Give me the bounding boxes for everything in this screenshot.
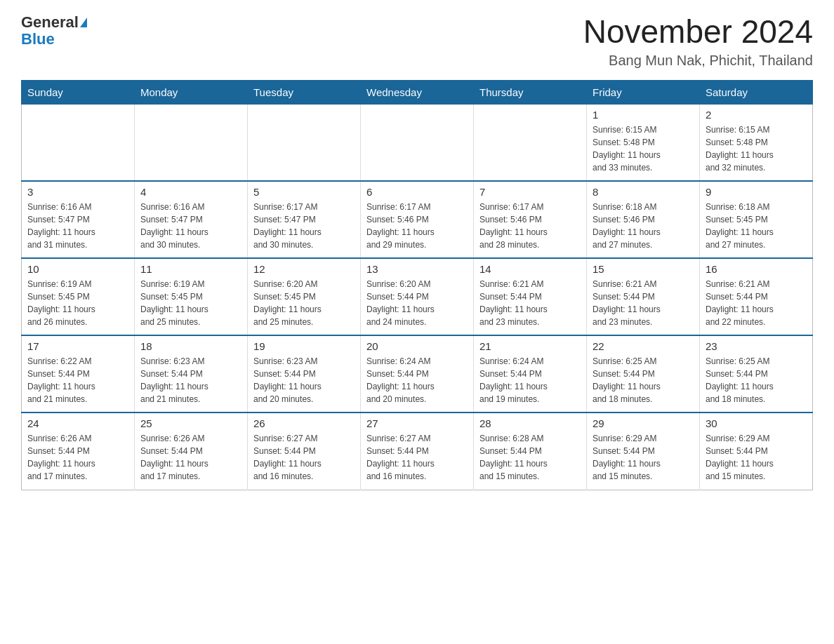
calendar-cell: 20Sunrise: 6:24 AM Sunset: 5:44 PM Dayli… [361,335,474,412]
calendar-cell: 14Sunrise: 6:21 AM Sunset: 5:44 PM Dayli… [474,258,587,335]
day-info: Sunrise: 6:26 AM Sunset: 5:44 PM Dayligh… [140,432,241,483]
calendar-cell [22,104,135,181]
weekday-header-saturday: Saturday [700,80,813,104]
day-number: 11 [140,263,241,275]
day-number: 24 [27,417,128,429]
day-number: 4 [140,186,241,198]
weekday-header-monday: Monday [135,80,248,104]
day-number: 3 [27,186,128,198]
day-number: 22 [593,340,694,352]
day-number: 5 [253,186,355,198]
day-info: Sunrise: 6:18 AM Sunset: 5:46 PM Dayligh… [593,201,694,251]
day-info: Sunrise: 6:17 AM Sunset: 5:47 PM Dayligh… [253,201,355,251]
day-info: Sunrise: 6:27 AM Sunset: 5:44 PM Dayligh… [366,432,468,483]
page-header: General Blue November 2024 Bang Mun Nak,… [21,14,813,69]
day-number: 19 [253,340,355,352]
day-info: Sunrise: 6:27 AM Sunset: 5:44 PM Dayligh… [253,432,355,483]
calendar-cell [361,104,474,181]
day-info: Sunrise: 6:16 AM Sunset: 5:47 PM Dayligh… [27,201,128,251]
weekday-header-friday: Friday [587,80,700,104]
calendar-body: 1Sunrise: 6:15 AM Sunset: 5:48 PM Daylig… [22,104,813,490]
logo-general-text: General [21,14,79,31]
day-number: 8 [593,186,694,198]
day-info: Sunrise: 6:22 AM Sunset: 5:44 PM Dayligh… [27,355,128,405]
day-info: Sunrise: 6:23 AM Sunset: 5:44 PM Dayligh… [140,355,241,405]
day-info: Sunrise: 6:15 AM Sunset: 5:48 PM Dayligh… [593,123,694,174]
day-info: Sunrise: 6:21 AM Sunset: 5:44 PM Dayligh… [706,278,807,328]
day-number: 15 [593,263,694,275]
day-info: Sunrise: 6:26 AM Sunset: 5:44 PM Dayligh… [27,432,128,483]
calendar-cell: 5Sunrise: 6:17 AM Sunset: 5:47 PM Daylig… [248,181,361,258]
day-number: 10 [27,263,128,275]
weekday-header-thursday: Thursday [474,80,587,104]
calendar-cell: 26Sunrise: 6:27 AM Sunset: 5:44 PM Dayli… [248,412,361,490]
calendar-cell: 6Sunrise: 6:17 AM Sunset: 5:46 PM Daylig… [361,181,474,258]
week-row-3: 10Sunrise: 6:19 AM Sunset: 5:45 PM Dayli… [22,258,813,335]
day-number: 26 [253,417,355,429]
week-row-5: 24Sunrise: 6:26 AM Sunset: 5:44 PM Dayli… [22,412,813,490]
calendar-cell: 27Sunrise: 6:27 AM Sunset: 5:44 PM Dayli… [361,412,474,490]
day-number: 29 [593,417,694,429]
title-section: November 2024 Bang Mun Nak, Phichit, Tha… [583,14,813,69]
logo-blue-text: Blue [21,31,55,48]
calendar-cell: 22Sunrise: 6:25 AM Sunset: 5:44 PM Dayli… [587,335,700,412]
calendar-cell: 28Sunrise: 6:28 AM Sunset: 5:44 PM Dayli… [474,412,587,490]
day-info: Sunrise: 6:20 AM Sunset: 5:44 PM Dayligh… [366,278,468,328]
calendar-cell: 1Sunrise: 6:15 AM Sunset: 5:48 PM Daylig… [587,104,700,181]
weekday-header-sunday: Sunday [22,80,135,104]
day-info: Sunrise: 6:21 AM Sunset: 5:44 PM Dayligh… [479,278,581,328]
calendar-cell: 16Sunrise: 6:21 AM Sunset: 5:44 PM Dayli… [700,258,813,335]
day-info: Sunrise: 6:25 AM Sunset: 5:44 PM Dayligh… [593,355,694,405]
calendar-cell: 25Sunrise: 6:26 AM Sunset: 5:44 PM Dayli… [135,412,248,490]
day-number: 17 [27,340,128,352]
calendar-cell: 3Sunrise: 6:16 AM Sunset: 5:47 PM Daylig… [22,181,135,258]
calendar-cell [135,104,248,181]
day-info: Sunrise: 6:25 AM Sunset: 5:44 PM Dayligh… [706,355,807,405]
calendar-cell: 12Sunrise: 6:20 AM Sunset: 5:45 PM Dayli… [248,258,361,335]
day-info: Sunrise: 6:23 AM Sunset: 5:44 PM Dayligh… [253,355,355,405]
calendar-cell: 15Sunrise: 6:21 AM Sunset: 5:44 PM Dayli… [587,258,700,335]
weekday-header-wednesday: Wednesday [361,80,474,104]
day-info: Sunrise: 6:20 AM Sunset: 5:45 PM Dayligh… [253,278,355,328]
month-title: November 2024 [583,14,813,50]
day-number: 12 [253,263,355,275]
day-info: Sunrise: 6:15 AM Sunset: 5:48 PM Dayligh… [706,123,807,174]
calendar-cell: 23Sunrise: 6:25 AM Sunset: 5:44 PM Dayli… [700,335,813,412]
calendar-cell: 4Sunrise: 6:16 AM Sunset: 5:47 PM Daylig… [135,181,248,258]
day-info: Sunrise: 6:24 AM Sunset: 5:44 PM Dayligh… [479,355,581,405]
calendar-table: SundayMondayTuesdayWednesdayThursdayFrid… [21,80,813,490]
week-row-1: 1Sunrise: 6:15 AM Sunset: 5:48 PM Daylig… [22,104,813,181]
day-number: 6 [366,186,468,198]
day-info: Sunrise: 6:17 AM Sunset: 5:46 PM Dayligh… [479,201,581,251]
calendar-cell [248,104,361,181]
day-number: 20 [366,340,468,352]
day-info: Sunrise: 6:19 AM Sunset: 5:45 PM Dayligh… [27,278,128,328]
day-number: 9 [706,186,807,198]
day-number: 27 [366,417,468,429]
weekday-header-tuesday: Tuesday [248,80,361,104]
day-number: 30 [706,417,807,429]
day-number: 25 [140,417,241,429]
calendar-cell: 11Sunrise: 6:19 AM Sunset: 5:45 PM Dayli… [135,258,248,335]
calendar-cell: 18Sunrise: 6:23 AM Sunset: 5:44 PM Dayli… [135,335,248,412]
calendar-cell [474,104,587,181]
day-number: 1 [593,109,694,121]
calendar-cell: 13Sunrise: 6:20 AM Sunset: 5:44 PM Dayli… [361,258,474,335]
calendar-cell: 30Sunrise: 6:29 AM Sunset: 5:44 PM Dayli… [700,412,813,490]
week-row-2: 3Sunrise: 6:16 AM Sunset: 5:47 PM Daylig… [22,181,813,258]
day-number: 21 [479,340,581,352]
day-number: 2 [706,109,807,121]
calendar-cell: 24Sunrise: 6:26 AM Sunset: 5:44 PM Dayli… [22,412,135,490]
day-info: Sunrise: 6:17 AM Sunset: 5:46 PM Dayligh… [366,201,468,251]
day-number: 28 [479,417,581,429]
day-info: Sunrise: 6:28 AM Sunset: 5:44 PM Dayligh… [479,432,581,483]
calendar-cell: 29Sunrise: 6:29 AM Sunset: 5:44 PM Dayli… [587,412,700,490]
day-number: 18 [140,340,241,352]
day-info: Sunrise: 6:18 AM Sunset: 5:45 PM Dayligh… [706,201,807,251]
day-info: Sunrise: 6:29 AM Sunset: 5:44 PM Dayligh… [706,432,807,483]
location-title: Bang Mun Nak, Phichit, Thailand [583,53,813,69]
day-info: Sunrise: 6:19 AM Sunset: 5:45 PM Dayligh… [140,278,241,328]
calendar-cell: 9Sunrise: 6:18 AM Sunset: 5:45 PM Daylig… [700,181,813,258]
calendar-header: SundayMondayTuesdayWednesdayThursdayFrid… [22,80,813,104]
day-info: Sunrise: 6:21 AM Sunset: 5:44 PM Dayligh… [593,278,694,328]
